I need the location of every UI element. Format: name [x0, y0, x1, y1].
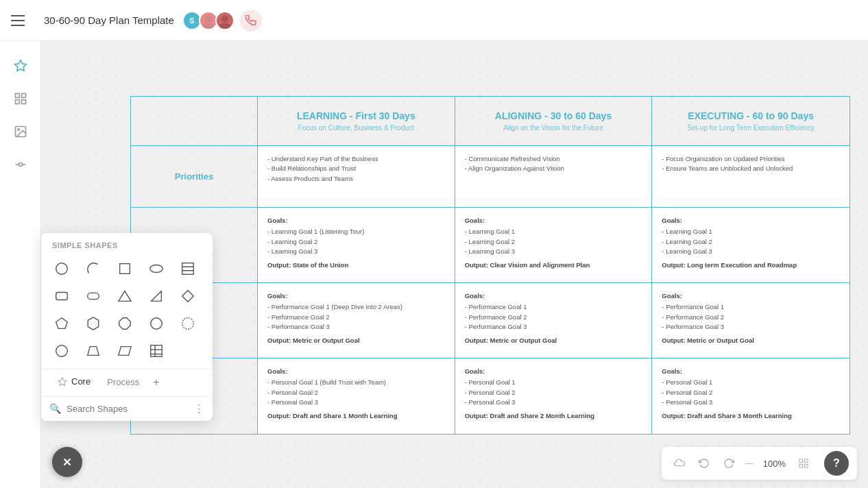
svg-rect-40 [804, 464, 808, 467]
goals-cell-2-2[interactable]: Goals: - Performance Goal 1 - Performanc… [455, 283, 653, 358]
shape-hexagon[interactable] [81, 311, 106, 336]
shape-trapezoid[interactable] [81, 339, 106, 363]
goals-cell-3-2[interactable]: Goals: - Personal Goal 1 - Personal Goal… [455, 358, 653, 434]
svg-rect-15 [120, 264, 130, 274]
shape-rounded-rect[interactable] [49, 284, 74, 308]
shape-parallelogram[interactable] [112, 339, 137, 363]
shape-lines[interactable] [176, 256, 200, 281]
svg-marker-23 [152, 291, 162, 302]
header-col-3: EXECUTING - 60 to 90 Days Set-up for Lon… [652, 97, 849, 145]
svg-rect-38 [799, 459, 803, 463]
col-3-title: EXECUTING - 60 to 90 Days [663, 110, 839, 121]
shape-empty [176, 339, 200, 363]
plan-table: LEARNING - First 30 Days Focus on Cultur… [130, 96, 850, 435]
svg-marker-22 [119, 291, 131, 302]
col-1-title: LEARNING - First 30 Days [269, 110, 444, 121]
svg-rect-5 [15, 94, 19, 98]
avatar-3 [215, 11, 234, 30]
svg-point-10 [17, 129, 19, 131]
shape-diamond[interactable] [176, 284, 200, 308]
svg-rect-7 [21, 100, 25, 104]
svg-point-2 [221, 15, 228, 22]
svg-rect-21 [88, 293, 99, 299]
sidebar-icon-shapes[interactable] [7, 151, 34, 178]
tab-core[interactable]: Core [49, 369, 99, 397]
goals-cell-2-3[interactable]: Goals: - Performance Goal 1 - Performanc… [652, 283, 849, 358]
col-2-title: ALIGNING - 30 to 60 Days [466, 110, 641, 121]
priorities-row: Priorities - Understand Key Part of the … [131, 146, 849, 208]
svg-point-16 [150, 265, 162, 273]
svg-point-30 [56, 345, 68, 357]
priorities-cell-3[interactable]: - Focus Organization on Updated Prioriti… [652, 146, 849, 207]
search-icon: 🔍 [49, 403, 61, 414]
svg-point-3 [219, 23, 230, 29]
goals-cell-1-3[interactable]: Goals: - Learning Goal 1 - Learning Goal… [652, 208, 849, 282]
tab-process-label: Process [107, 377, 139, 387]
bottom-toolbar: — 100% ? [662, 447, 857, 480]
svg-rect-39 [804, 459, 808, 463]
svg-rect-20 [56, 293, 68, 300]
header-col-2: ALIGNING - 30 to 60 Days Align on the Vi… [455, 97, 653, 145]
goals-cell-1-2[interactable]: Goals: - Learning Goal 1 - Learning Goal… [455, 208, 653, 282]
shape-triangle[interactable] [112, 284, 137, 308]
zoom-level: 100% [760, 459, 788, 469]
svg-point-1 [202, 23, 214, 29]
svg-rect-33 [151, 345, 162, 357]
shapes-grid [41, 254, 213, 369]
shapes-tabs: Core Process + [41, 369, 213, 396]
shape-table[interactable] [144, 339, 169, 363]
svg-point-29 [182, 318, 194, 330]
tab-add-button[interactable]: + [147, 369, 165, 395]
sidebar-icon-grid[interactable] [7, 85, 34, 112]
goals-row-3: Goals: - Personal Goal 1 (Build Trust wi… [131, 358, 849, 434]
undo-icon[interactable] [695, 454, 714, 473]
row-label-priorities: Priorities [131, 146, 258, 207]
svg-marker-27 [119, 318, 131, 330]
shapes-more-icon[interactable]: ⋮ [193, 402, 204, 415]
sidebar-icon-image[interactable] [7, 118, 34, 145]
goals-cell-3-3[interactable]: Goals: - Personal Goal 1 - Personal Goal… [652, 358, 849, 434]
plan-header: LEARNING - First 30 Days Focus on Cultur… [130, 96, 850, 145]
left-sidebar [0, 41, 41, 488]
priorities-cell-1[interactable]: - Understand Key Part of the Business - … [258, 146, 455, 207]
svg-rect-8 [15, 100, 19, 104]
col-1-subtitle: Focus on Culture, Business & Product [269, 124, 444, 132]
svg-marker-25 [56, 318, 68, 329]
shape-arc[interactable] [81, 256, 106, 281]
header-empty [131, 97, 258, 145]
redo-icon[interactable] [719, 454, 738, 473]
shapes-search-bar: 🔍 ⋮ [41, 396, 213, 421]
svg-marker-4 [14, 60, 26, 71]
help-button[interactable]: ? [824, 451, 849, 476]
grid-icon[interactable] [794, 454, 813, 473]
shape-pentagon[interactable] [49, 311, 74, 336]
shape-circle[interactable] [49, 256, 74, 281]
phone-button[interactable] [240, 10, 262, 32]
col-2-subtitle: Align on the Vision for the Future [466, 124, 641, 132]
cloud-icon[interactable] [670, 454, 689, 473]
svg-marker-31 [88, 347, 99, 356]
svg-marker-26 [88, 317, 99, 330]
svg-point-14 [56, 263, 68, 275]
sidebar-icon-star[interactable] [7, 52, 34, 80]
goals-cell-1-1[interactable]: Goals: - Learning Goal 1 (Listening Tour… [258, 208, 455, 282]
shape-circle-4[interactable] [49, 339, 74, 363]
shape-ellipse[interactable] [144, 256, 169, 281]
shape-right-triangle[interactable] [144, 284, 169, 308]
shape-circle-3[interactable] [176, 311, 200, 336]
svg-marker-37 [58, 378, 67, 385]
search-input[interactable] [67, 404, 188, 414]
svg-rect-6 [21, 94, 25, 98]
priorities-cell-2[interactable]: - Communicate Refreshed Vision - Align O… [455, 146, 653, 207]
menu-icon[interactable] [11, 10, 33, 32]
svg-rect-17 [182, 263, 194, 275]
tab-process[interactable]: Process [99, 370, 147, 395]
shape-square[interactable] [112, 256, 137, 281]
goals-cell-3-1[interactable]: Goals: - Personal Goal 1 (Build Trust wi… [258, 358, 455, 434]
svg-point-11 [19, 163, 22, 167]
avatars-group: S [185, 10, 262, 32]
shape-circle-2[interactable] [144, 311, 169, 336]
shape-octagon[interactable] [112, 311, 137, 336]
goals-cell-2-1[interactable]: Goals: - Performance Goal 1 (Deep Dive i… [258, 283, 455, 358]
shape-pill[interactable] [81, 284, 106, 308]
